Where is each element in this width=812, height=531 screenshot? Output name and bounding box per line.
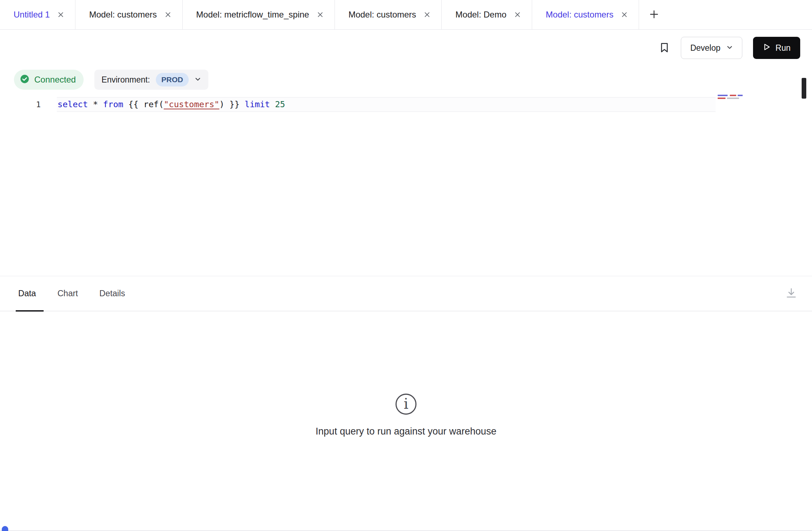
play-icon xyxy=(763,43,771,53)
chevron-down-icon xyxy=(194,76,201,84)
code-token-ref-link[interactable]: "customers" xyxy=(164,99,219,109)
run-button[interactable]: Run xyxy=(753,37,800,59)
tab-data-label: Data xyxy=(18,289,36,298)
tab-model-metricflow-time-spine[interactable]: Model: metricflow_time_spine xyxy=(183,0,335,29)
close-icon[interactable] xyxy=(164,10,172,19)
tab-label: Untitled 1 xyxy=(14,10,50,20)
environment-label: Environment: xyxy=(102,75,150,85)
code-token: 25 xyxy=(275,99,285,109)
editor-active-line[interactable]: select * from {{ ref("customers") }} lim… xyxy=(57,97,716,112)
status-row: Connected Environment: PROD xyxy=(14,70,208,90)
develop-button[interactable]: Develop xyxy=(681,37,742,59)
empty-state-message: Input query to run against your warehous… xyxy=(0,426,812,437)
tab-model-demo[interactable]: Model: Demo xyxy=(442,0,532,29)
tab-details-label: Details xyxy=(99,289,125,298)
close-icon[interactable] xyxy=(513,10,522,19)
results-panel-tabs: Data Chart Details xyxy=(0,276,812,311)
chevron-down-icon xyxy=(726,43,733,53)
editor-minimap xyxy=(718,95,753,103)
check-circle-icon xyxy=(20,74,30,85)
code-token: * xyxy=(88,99,103,109)
environment-selector[interactable]: Environment: PROD xyxy=(94,70,208,90)
tab-chart[interactable]: Chart xyxy=(56,276,79,311)
tab-label: Model: customers xyxy=(89,10,157,20)
empty-state: i Input query to run against your wareho… xyxy=(0,392,812,437)
toolbar: Develop Run xyxy=(0,30,812,66)
tab-chart-label: Chart xyxy=(58,289,78,298)
close-icon[interactable] xyxy=(56,10,65,19)
bookmark-icon xyxy=(659,42,670,54)
svg-text:i: i xyxy=(403,395,408,412)
run-button-label: Run xyxy=(776,43,791,53)
environment-value-badge: PROD xyxy=(156,73,189,86)
tab-label: Model: Demo xyxy=(455,10,506,20)
dbt-ide-app: Untitled 1 Model: customers Model: metri… xyxy=(0,0,812,531)
tab-label: Model: customers xyxy=(546,10,613,20)
code-token: from xyxy=(103,99,123,109)
code-token xyxy=(270,99,275,109)
tab-label: Model: metricflow_time_spine xyxy=(196,10,309,20)
tab-model-customers-3[interactable]: Model: customers xyxy=(532,0,639,29)
tab-details[interactable]: Details xyxy=(98,276,126,311)
close-icon[interactable] xyxy=(620,10,629,19)
tab-model-customers-2[interactable]: Model: customers xyxy=(335,0,442,29)
plus-icon xyxy=(649,9,659,20)
info-icon: i xyxy=(394,411,418,417)
tab-model-customers-1[interactable]: Model: customers xyxy=(75,0,182,29)
code-line: select * from {{ ref("customers") }} lim… xyxy=(57,98,285,111)
line-number: 1 xyxy=(25,97,41,112)
editor-tab-bar: Untitled 1 Model: customers Model: metri… xyxy=(0,0,812,30)
bottom-left-fragment xyxy=(2,526,8,531)
bookmark-button[interactable] xyxy=(659,42,670,54)
tab-untitled-1[interactable]: Untitled 1 xyxy=(0,0,75,29)
editor-scrollbar-thumb[interactable] xyxy=(802,78,806,99)
develop-button-label: Develop xyxy=(690,43,720,53)
sql-editor[interactable]: 1 select * from {{ ref("customers") }} l… xyxy=(0,93,812,276)
connection-status-badge: Connected xyxy=(14,70,84,90)
code-token: {{ ref( xyxy=(123,99,164,109)
code-token: limit xyxy=(245,99,270,109)
download-icon xyxy=(785,287,798,301)
download-button[interactable] xyxy=(785,287,798,301)
close-icon[interactable] xyxy=(423,10,431,19)
tab-data[interactable]: Data xyxy=(17,276,37,311)
code-token: ) }} xyxy=(219,99,245,109)
close-icon[interactable] xyxy=(316,10,325,19)
code-token: select xyxy=(58,99,88,109)
new-tab-button[interactable] xyxy=(644,0,664,29)
tab-label: Model: customers xyxy=(348,10,416,20)
connection-status-label: Connected xyxy=(34,75,76,85)
